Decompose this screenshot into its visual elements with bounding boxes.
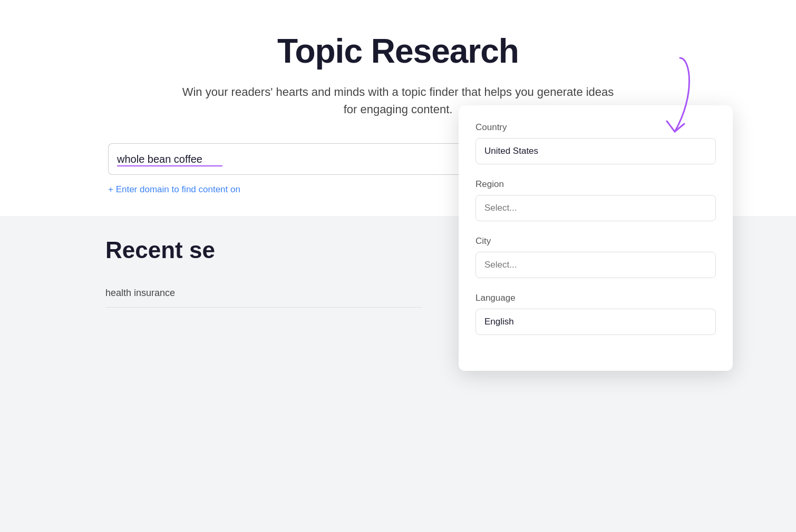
- language-field[interactable]: [475, 309, 716, 335]
- page-wrapper: Topic Research Win your readers' hearts …: [0, 0, 796, 532]
- search-underline: [117, 165, 222, 166]
- language-label: Language: [475, 293, 716, 303]
- city-label: City: [475, 236, 716, 247]
- language-section: Language: [475, 293, 716, 348]
- location-dropdown-panel: Country Region City Language: [459, 105, 733, 371]
- city-section: City: [475, 236, 716, 291]
- search-input[interactable]: [117, 153, 250, 165]
- domain-link[interactable]: + Enter domain to find content on: [108, 184, 240, 195]
- region-field[interactable]: [475, 195, 716, 221]
- region-section: Region: [475, 179, 716, 234]
- page-title: Topic Research: [277, 32, 519, 71]
- recent-search-item[interactable]: health insurance: [105, 279, 422, 308]
- annotation-arrow: [627, 53, 691, 150]
- region-label: Region: [475, 179, 716, 190]
- city-field[interactable]: [475, 252, 716, 278]
